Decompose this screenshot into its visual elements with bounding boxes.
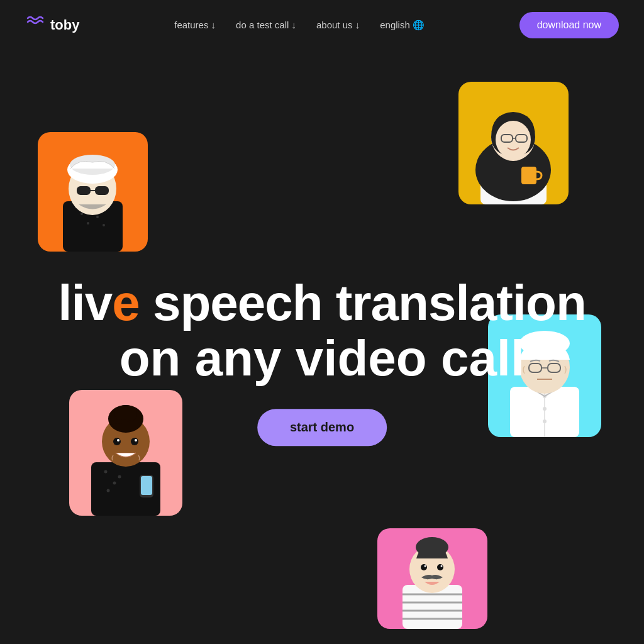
svg-point-41 <box>113 482 116 485</box>
svg-point-43 <box>118 475 121 479</box>
svg-point-53 <box>425 565 426 567</box>
character-card-1 <box>38 132 148 252</box>
nav-links: features ↓ do a test call ↓ about us ↓ e… <box>174 19 425 31</box>
hero-title-live-l: liv <box>58 275 112 331</box>
nav-about-us[interactable]: about us ↓ <box>316 19 360 31</box>
hero-text: live speech translation on any video cal… <box>32 275 612 446</box>
svg-point-50 <box>416 537 448 557</box>
navbar: toby features ↓ do a test call ↓ about u… <box>0 0 644 50</box>
svg-point-52 <box>437 564 443 570</box>
character-card-5 <box>377 528 487 629</box>
svg-point-10 <box>103 224 105 226</box>
nav-features[interactable]: features ↓ <box>174 19 216 31</box>
hero-title-highlight: e <box>112 275 140 331</box>
logo-text: toby <box>50 17 79 33</box>
svg-point-42 <box>107 489 110 492</box>
hero-title-line1: live speech translation <box>32 275 612 331</box>
character-card-2 <box>458 82 569 204</box>
svg-rect-18 <box>521 167 536 184</box>
svg-point-9 <box>96 216 99 218</box>
svg-rect-39 <box>141 476 152 495</box>
hero-title-line2: on any video call <box>32 331 612 386</box>
start-demo-button[interactable]: start demo <box>257 409 387 446</box>
hero-section: live speech translation on any video cal… <box>0 50 644 644</box>
svg-rect-4 <box>77 186 91 195</box>
hero-title-rest: speech translation <box>140 275 586 331</box>
download-now-button[interactable]: download now <box>519 12 619 38</box>
logo[interactable]: toby <box>25 13 79 38</box>
svg-point-7 <box>80 213 83 215</box>
svg-point-40 <box>104 470 108 474</box>
svg-point-51 <box>421 564 427 570</box>
svg-point-54 <box>441 565 443 567</box>
svg-point-8 <box>87 222 89 225</box>
nav-test-call[interactable]: do a test call ↓ <box>236 19 296 31</box>
nav-language[interactable]: english 🌐 <box>380 19 425 31</box>
svg-rect-5 <box>95 186 109 195</box>
logo-icon <box>25 13 45 38</box>
